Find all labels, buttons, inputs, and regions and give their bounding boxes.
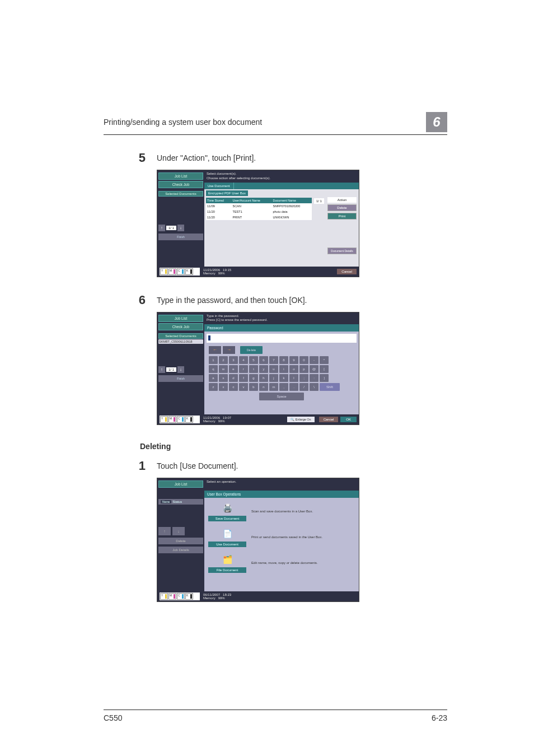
keyboard-key[interactable]: \ [310,383,318,391]
finish-button[interactable]: Finish [158,234,203,240]
pager-count: 1/ 1 [166,226,176,230]
step-text-6: Type in the password, and then touch [OK… [157,294,307,306]
keyboard-key[interactable]: 7 [269,356,278,364]
keyboard-key[interactable]: j [269,374,278,382]
delete-key[interactable]: De-lete [240,346,263,354]
use-document-tab[interactable]: Use Document [204,183,234,189]
space-key[interactable]: Space [259,393,304,400]
shift-key[interactable]: Shift [320,383,340,391]
memory-label: Memory [203,419,216,423]
job-list-button[interactable]: Job List [158,315,203,322]
keyboard-key[interactable]: o [289,365,298,373]
keyboard-key[interactable]: q [209,365,218,373]
keyboard-key[interactable]: - [310,356,318,364]
instruction-line1: Select document(s). [207,172,357,176]
keyboard-key[interactable]: 1 [209,356,218,364]
pager-down-icon[interactable]: ↓ [172,527,185,535]
keyboard-key[interactable]: , [279,383,288,391]
cursor-right-icon[interactable]: → [223,346,235,354]
cursor-left-icon[interactable]: ← [209,346,221,354]
keyboard-key[interactable]: f [239,374,248,382]
keyboard-key[interactable]: l [289,374,298,382]
keyboard-key[interactable]: i [279,365,288,373]
job-list-button[interactable]: Job List [158,480,203,488]
keyboard-key[interactable]: 0 [299,356,308,364]
keyboard-key[interactable]: g [249,374,258,382]
keyboard-key[interactable]: . [289,383,298,391]
memory-value: 99% [218,596,225,600]
keyboard-key[interactable]: @ [310,365,318,373]
keyboard-key[interactable]: 8 [279,356,288,364]
keyboard-key[interactable]: x [219,383,228,391]
step-number-5: 5 [104,152,157,164]
memory-value: 99% [218,419,225,423]
pager-up-icon[interactable]: ↑ [158,225,165,231]
keyboard-key[interactable]: n [259,383,268,391]
use-document-button[interactable]: Use Document [208,542,246,547]
keyboard-key[interactable]: w [219,365,228,373]
keyboard-key[interactable]: 5 [249,356,258,364]
pager-count: 1/ 1 [166,367,176,372]
keyboard-key[interactable]: s [219,374,228,382]
page-header-title: Printing/sending a system user box docum… [104,118,426,127]
keyboard-key[interactable]: r [239,365,248,373]
keyboard-key[interactable]: 2 [219,356,228,364]
keyboard-key[interactable]: p [299,365,308,373]
keyboard-key[interactable]: 9 [289,356,298,364]
keyboard-key[interactable]: ; [299,374,308,382]
footer-model: C550 [104,713,122,722]
keyboard-key[interactable]: ] [320,374,329,382]
keyboard-key[interactable]: ^ [320,356,329,364]
keyboard-key[interactable]: u [269,365,278,373]
delete-button[interactable]: Delete [158,538,203,544]
finish-button[interactable]: Finish [158,375,203,382]
keyboard-key[interactable]: d [229,374,238,382]
use-document-icon: 📄 [221,527,234,540]
keyboard-key[interactable]: k [279,374,288,382]
document-details-button[interactable]: Document Details [327,248,357,254]
col-name[interactable]: Document Name [271,198,312,203]
keyboard-key[interactable]: v [239,383,248,391]
keyboard-key[interactable]: h [259,374,268,382]
col-user[interactable]: User/Account Name [232,198,272,203]
file-document-button[interactable]: File Document [208,567,246,573]
keyboard-key[interactable]: / [299,383,308,391]
keyboard-key[interactable]: [ [320,365,329,373]
keyboard-key[interactable]: z [209,383,218,391]
enlarge-button[interactable]: 🔍 Enlarge On [287,417,314,422]
print-button[interactable]: Print [327,213,357,220]
pager-up-icon[interactable]: ↑ [158,366,165,373]
cancel-button[interactable]: Cancel [319,417,339,422]
job-list-button[interactable]: Job List [158,172,203,180]
delete-button[interactable]: Delete [327,204,357,211]
check-job-button[interactable]: Check Job [158,181,203,188]
encrypted-pdf-box-tab[interactable]: Encrypted PDF User Box [206,190,248,196]
instruction-line2: Choose action after selecting document(s… [207,176,357,181]
memory-label: Memory [203,596,216,600]
keyboard-key[interactable]: c [229,383,238,391]
keyboard-key[interactable]: y [259,365,268,373]
keyboard-key[interactable]: 6 [259,356,268,364]
job-details-button[interactable]: Job Details [158,547,203,553]
pager-down-icon[interactable]: ↓ [177,366,184,373]
keyboard-key[interactable]: e [229,365,238,373]
table-row: 11/09 SCAN SMFP07010920200 [206,203,312,209]
status-tab[interactable]: Name Status [158,499,203,505]
step-number-1: 1 [104,460,157,472]
check-job-button[interactable]: Check Job [158,323,203,330]
keyboard-key[interactable]: 3 [229,356,238,364]
toner-indicators: YMCK [160,592,200,600]
pager-up-icon[interactable]: ↑ [158,527,171,535]
save-document-button[interactable]: Save Document [208,516,246,521]
col-time[interactable]: Time Stored [206,198,232,203]
keyboard-key[interactable]: : [310,374,318,382]
keyboard-key[interactable]: a [209,374,218,382]
keyboard-key[interactable]: m [269,383,278,391]
ok-button[interactable]: OK [340,417,357,422]
keyboard-key[interactable]: t [249,365,258,373]
pager-down-icon[interactable]: ↓ [177,225,184,231]
password-input[interactable] [207,334,357,343]
keyboard-key[interactable]: b [249,383,258,391]
keyboard-key[interactable]: 4 [239,356,248,364]
cancel-button[interactable]: Cancel [337,269,357,274]
